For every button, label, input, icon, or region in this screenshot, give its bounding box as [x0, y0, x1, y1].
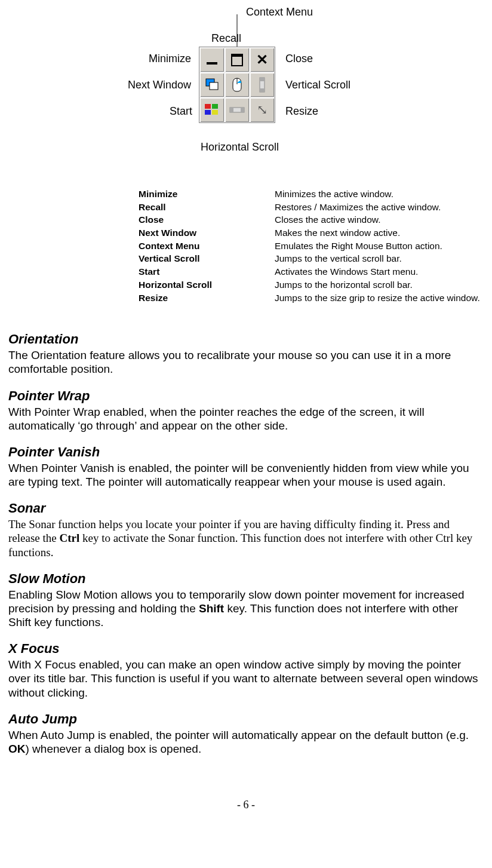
body-text: Enabling Slow Motion allows you to tempo…	[8, 588, 484, 630]
table-row: Vertical ScrollJumps to the vertical scr…	[139, 252, 484, 265]
desc: Jumps to the size grip to resize the act…	[275, 292, 484, 305]
desc: Jumps to the vertical scroll bar.	[275, 252, 484, 265]
section-pointer-vanish: Pointer Vanish When Pointer Vanish is en…	[8, 444, 484, 489]
section-x-focus: X Focus With X Focus enabled, you can ma…	[8, 641, 484, 700]
label-minimize: Minimize	[149, 53, 191, 65]
table-row: ResizeJumps to the size grip to resize t…	[139, 292, 484, 305]
table-row: StartActivates the Windows Start menu.	[139, 265, 484, 278]
grid-next-window-icon[interactable]	[199, 72, 225, 97]
grid-start-icon[interactable]	[199, 97, 225, 122]
desc: Closes the active window.	[275, 213, 484, 226]
desc: Restores / Maximizes the active window.	[275, 201, 484, 214]
label-resize: Resize	[285, 105, 318, 118]
svg-rect-2	[210, 82, 218, 90]
grid-horizontal-scroll-icon[interactable]	[225, 97, 250, 122]
svg-rect-5	[260, 78, 265, 81]
section-sonar: Sonar The Sonar function helps you locat…	[8, 501, 484, 559]
heading: Pointer Wrap	[8, 388, 484, 404]
body-text: With X Focus enabled, you can make an op…	[8, 658, 484, 700]
cyberjump-diagram: Context Menu Recall Minimize Close Next …	[79, 6, 413, 167]
desc: Emulates the Right Mouse Button action.	[275, 240, 484, 253]
svg-rect-10	[212, 110, 218, 115]
grid-vertical-scroll-icon[interactable]	[250, 72, 275, 97]
term: Vertical Scroll	[139, 252, 275, 265]
label-recall: Recall	[211, 32, 241, 45]
label-horizontal-scroll: Horizontal Scroll	[201, 141, 279, 154]
label-start: Start	[170, 105, 192, 118]
term: Horizontal Scroll	[139, 278, 275, 292]
definitions-table: MinimizeMinimizes the active window. Rec…	[139, 188, 484, 304]
heading: Slow Motion	[8, 571, 484, 587]
desc: Makes the next window active.	[275, 226, 484, 240]
heading: Orientation	[8, 332, 484, 347]
desc: Jumps to the horizontal scroll bar.	[275, 278, 484, 292]
label-vertical-scroll: Vertical Scroll	[285, 79, 350, 91]
label-context-menu: Context Menu	[246, 6, 313, 19]
body-text: The Sonar function helps you locate your…	[8, 517, 484, 559]
body-text: When Auto Jump is enabled, the pointer w…	[8, 728, 484, 756]
term: Start	[139, 265, 275, 278]
grid-context-menu-icon[interactable]	[225, 72, 250, 97]
table-row: Next WindowMakes the next window active.	[139, 226, 484, 240]
heading: X Focus	[8, 641, 484, 657]
grid-minimize-icon[interactable]	[199, 47, 225, 72]
term: Minimize	[139, 188, 275, 201]
term: Close	[139, 213, 275, 226]
label-close: Close	[285, 53, 313, 65]
page-number: - 6 -	[8, 799, 484, 811]
table-row: CloseCloses the active window.	[139, 213, 484, 226]
table-row: MinimizeMinimizes the active window.	[139, 188, 484, 201]
section-slow-motion: Slow Motion Enabling Slow Motion allows …	[8, 571, 484, 630]
body-text: The Orientation feature allows you to re…	[8, 348, 484, 376]
heading: Auto Jump	[8, 711, 484, 727]
body-text: When Pointer Vanish is enabled, the poin…	[8, 461, 484, 489]
heading: Sonar	[8, 501, 484, 516]
desc: Activates the Windows Start menu.	[275, 265, 484, 278]
svg-rect-6	[260, 88, 265, 92]
body-text: With Pointer Wrap enabled, when the poin…	[8, 405, 484, 433]
term: Recall	[139, 201, 275, 214]
svg-rect-13	[241, 108, 244, 112]
table-row: RecallRestores / Maximizes the active wi…	[139, 201, 484, 214]
desc: Minimizes the active window.	[275, 188, 484, 201]
svg-rect-9	[205, 110, 211, 115]
section-pointer-wrap: Pointer Wrap With Pointer Wrap enabled, …	[8, 388, 484, 433]
cyberjump-grid: ✕ ⤡	[199, 47, 275, 123]
label-next-window: Next Window	[128, 79, 191, 91]
grid-recall-icon[interactable]	[225, 47, 250, 72]
term: Resize	[139, 292, 275, 305]
svg-rect-12	[230, 108, 233, 112]
section-orientation: Orientation The Orientation feature allo…	[8, 332, 484, 376]
term: Next Window	[139, 226, 275, 240]
table-row: Horizontal ScrollJumps to the horizontal…	[139, 278, 484, 292]
svg-rect-7	[205, 104, 211, 109]
svg-rect-8	[212, 104, 218, 109]
grid-resize-icon[interactable]: ⤡	[250, 97, 275, 122]
grid-close-icon[interactable]: ✕	[250, 47, 275, 72]
table-row: Context MenuEmulates the Right Mouse But…	[139, 240, 484, 253]
section-auto-jump: Auto Jump When Auto Jump is enabled, the…	[8, 711, 484, 756]
heading: Pointer Vanish	[8, 444, 484, 460]
term: Context Menu	[139, 240, 275, 253]
